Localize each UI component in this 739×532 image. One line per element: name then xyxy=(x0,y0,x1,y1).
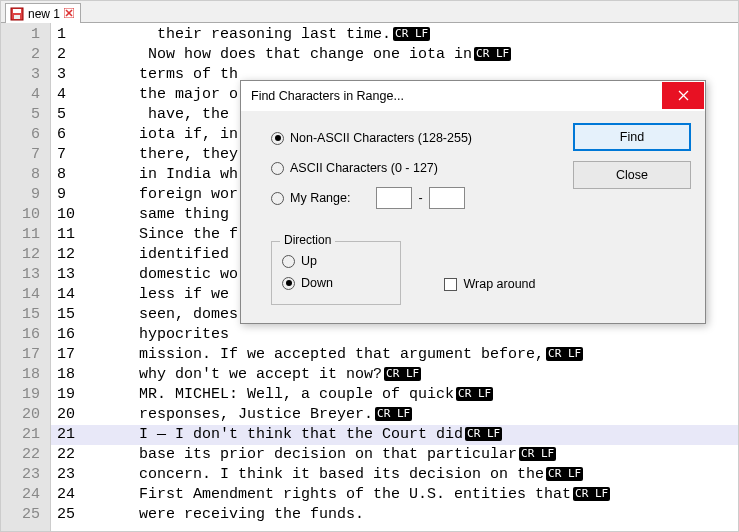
line-text: concern. I think it based its decision o… xyxy=(121,466,544,483)
line-text: domestic wo xyxy=(121,266,238,283)
line-number: 5 xyxy=(1,105,50,125)
line-text: MR. MICHEL: Well, a couple of quick xyxy=(121,386,454,403)
dialog-title: Find Characters in Range... xyxy=(241,81,705,111)
direction-up[interactable]: Up xyxy=(282,250,390,272)
line-number: 7 xyxy=(1,145,50,165)
text-line[interactable]: 23 concern. I think it based its decisio… xyxy=(51,465,738,485)
line-number: 20 xyxy=(1,405,50,425)
eol-marker: CR LF xyxy=(474,47,511,61)
radio-icon xyxy=(271,132,284,145)
direction-fieldset: Direction Up Down xyxy=(271,241,401,305)
svg-rect-2 xyxy=(14,15,20,19)
line-number: 12 xyxy=(1,245,50,265)
option-ascii-label: ASCII Characters (0 - 127) xyxy=(290,161,438,175)
direction-legend: Direction xyxy=(280,233,335,247)
line-number: 9 xyxy=(1,185,50,205)
line-secondary-number: 16 xyxy=(57,325,121,345)
line-secondary-number: 10 xyxy=(57,205,121,225)
eol-marker: CR LF xyxy=(546,347,583,361)
line-number: 10 xyxy=(1,205,50,225)
line-text: Now how does that change one iota in xyxy=(121,46,472,63)
line-text: there, they xyxy=(121,146,238,163)
text-line[interactable]: 18 why don't we accept it now?CR LF xyxy=(51,365,738,385)
text-line[interactable]: 24 First Amendment rights of the U.S. en… xyxy=(51,485,738,505)
line-number: 22 xyxy=(1,445,50,465)
line-number: 8 xyxy=(1,165,50,185)
text-line[interactable]: 25 were receiving the funds. xyxy=(51,505,738,525)
line-text: seen, domes xyxy=(121,306,238,323)
line-number: 25 xyxy=(1,505,50,525)
line-text: base its prior decision on that particul… xyxy=(121,446,517,463)
tab-bar: new 1 xyxy=(1,1,738,23)
line-secondary-number: 22 xyxy=(57,445,121,465)
svg-rect-1 xyxy=(13,9,21,13)
line-secondary-number: 7 xyxy=(57,145,121,165)
close-button[interactable]: Close xyxy=(573,161,691,189)
line-secondary-number: 18 xyxy=(57,365,121,385)
line-text: have, the xyxy=(121,106,238,123)
find-button[interactable]: Find xyxy=(573,123,691,151)
direction-up-label: Up xyxy=(301,254,317,268)
line-secondary-number: 21 xyxy=(57,425,121,445)
line-text: Since the f xyxy=(121,226,238,243)
text-line[interactable]: 21 I — I don't think that the Court didC… xyxy=(51,425,738,445)
line-number: 6 xyxy=(1,125,50,145)
line-text: were receiving the funds. xyxy=(121,506,364,523)
line-number: 24 xyxy=(1,485,50,505)
line-secondary-number: 4 xyxy=(57,85,121,105)
line-secondary-number: 1 xyxy=(57,25,121,45)
line-secondary-number: 24 xyxy=(57,485,121,505)
text-line[interactable]: 16 hypocrites xyxy=(51,325,738,345)
line-number: 4 xyxy=(1,85,50,105)
line-text: terms of th xyxy=(121,66,238,83)
line-number: 11 xyxy=(1,225,50,245)
line-text: hypocrites xyxy=(121,326,238,343)
text-line[interactable]: 1 their reasoning last time.CR LF xyxy=(51,25,738,45)
text-line[interactable]: 19 MR. MICHEL: Well, a couple of quickCR… xyxy=(51,385,738,405)
line-text: I — I don't think that the Court did xyxy=(121,426,463,443)
line-secondary-number: 13 xyxy=(57,265,121,285)
range-from-input[interactable] xyxy=(376,187,412,209)
line-secondary-number: 3 xyxy=(57,65,121,85)
tab-close-icon[interactable] xyxy=(64,8,74,20)
line-secondary-number: 17 xyxy=(57,345,121,365)
line-secondary-number: 12 xyxy=(57,245,121,265)
wrap-around-checkbox[interactable]: Wrap around xyxy=(444,277,535,291)
app-root: new 1 1234567891011121314151617181920212… xyxy=(0,0,739,532)
tab-new-1[interactable]: new 1 xyxy=(5,3,81,23)
line-number: 2 xyxy=(1,45,50,65)
line-text: foreign wor xyxy=(121,186,238,203)
line-secondary-number: 19 xyxy=(57,385,121,405)
eol-marker: CR LF xyxy=(546,467,583,481)
direction-down[interactable]: Down xyxy=(282,272,390,294)
line-text: iota if, in xyxy=(121,126,238,143)
line-secondary-number: 14 xyxy=(57,285,121,305)
line-number: 23 xyxy=(1,465,50,485)
eol-marker: CR LF xyxy=(393,27,430,41)
line-text: First Amendment rights of the U.S. entit… xyxy=(121,486,571,503)
save-disk-icon xyxy=(10,7,24,21)
line-secondary-number: 23 xyxy=(57,465,121,485)
line-secondary-number: 25 xyxy=(57,505,121,525)
range-separator: - xyxy=(418,191,422,205)
dialog-close-button[interactable] xyxy=(662,82,704,109)
option-nonascii-label: Non-ASCII Characters (128-255) xyxy=(290,131,472,145)
line-number: 19 xyxy=(1,385,50,405)
line-secondary-number: 11 xyxy=(57,225,121,245)
line-text: mission. If we accepted that argument be… xyxy=(121,346,544,363)
text-line[interactable]: 17 mission. If we accepted that argument… xyxy=(51,345,738,365)
wrap-around-label: Wrap around xyxy=(463,277,535,291)
radio-icon xyxy=(282,277,295,290)
line-secondary-number: 6 xyxy=(57,125,121,145)
eol-marker: CR LF xyxy=(465,427,502,441)
eol-marker: CR LF xyxy=(384,367,421,381)
line-text: responses, Justice Breyer. xyxy=(121,406,373,423)
text-line[interactable]: 20 responses, Justice Breyer.CR LF xyxy=(51,405,738,425)
line-secondary-number: 20 xyxy=(57,405,121,425)
range-to-input[interactable] xyxy=(429,187,465,209)
text-line[interactable]: 2 Now how does that change one iota inCR… xyxy=(51,45,738,65)
line-text: in India wh xyxy=(121,166,238,183)
text-line[interactable]: 22 base its prior decision on that parti… xyxy=(51,445,738,465)
line-text: same thing xyxy=(121,206,238,223)
line-secondary-number: 5 xyxy=(57,105,121,125)
